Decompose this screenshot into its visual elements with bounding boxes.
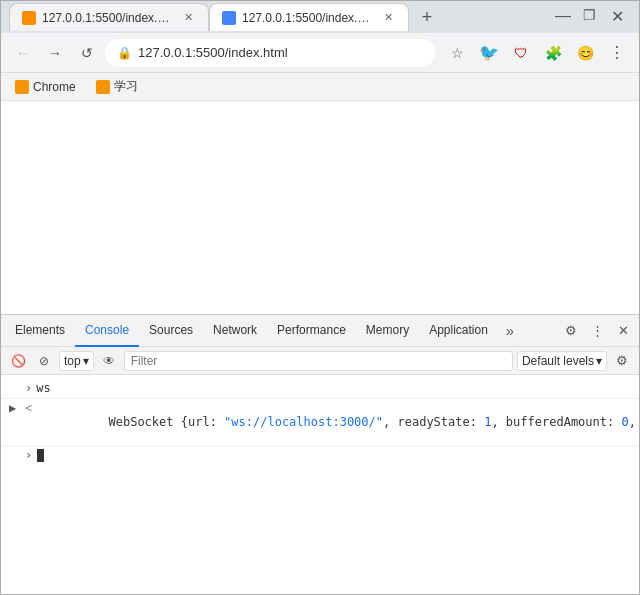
more-tabs-button[interactable]: » bbox=[498, 315, 522, 347]
console-input-line: ▶ › bbox=[1, 446, 639, 464]
nav-bar: ← → ↺ 🔒 127.0.0.1:5500/index.html ☆ 🐦 🛡 … bbox=[1, 33, 639, 73]
expand-arrow-icon[interactable]: ▶ bbox=[9, 401, 25, 415]
level-arrow: ▾ bbox=[596, 354, 602, 368]
filter-input[interactable] bbox=[124, 351, 513, 371]
tab-active[interactable]: 127.0.0.1:5500/index.html ✕ bbox=[209, 3, 409, 31]
bookmark-chrome-label: Chrome bbox=[33, 80, 76, 94]
console-settings-button[interactable]: ⚙ bbox=[611, 350, 633, 372]
prompt-symbol: › bbox=[25, 381, 32, 395]
context-arrow: ▾ bbox=[83, 354, 89, 368]
star-icon[interactable]: ☆ bbox=[443, 39, 471, 67]
bookmark-study-icon bbox=[96, 80, 110, 94]
shield-icon[interactable]: 🛡 bbox=[507, 39, 535, 67]
context-selector[interactable]: top ▾ bbox=[59, 351, 94, 371]
devtools-panel: Elements Console Sources Network Perform… bbox=[1, 314, 639, 594]
address-bar[interactable]: 🔒 127.0.0.1:5500/index.html bbox=[105, 39, 435, 67]
devtools-settings-button[interactable]: ⚙ bbox=[559, 319, 583, 343]
console-line-websocket: ▶ < WebSocket {url: "ws://localhost:3000… bbox=[1, 399, 639, 446]
level-selector[interactable]: Default levels ▾ bbox=[517, 351, 607, 371]
tab2-favicon bbox=[222, 11, 236, 25]
tab1-favicon bbox=[22, 11, 36, 25]
filter-toggle-button[interactable]: ⊘ bbox=[33, 350, 55, 372]
page-content bbox=[1, 101, 639, 314]
back-button[interactable]: ← bbox=[9, 39, 37, 67]
close-button[interactable]: ✕ bbox=[611, 7, 631, 27]
extensions-bird-icon[interactable]: 🐦 bbox=[475, 39, 503, 67]
devtools-close-button[interactable]: ✕ bbox=[611, 319, 635, 343]
new-tab-button[interactable]: + bbox=[413, 3, 441, 31]
ws-key: WebSocket {url: bbox=[108, 415, 224, 429]
devtools-action-buttons: ⚙ ⋮ ✕ bbox=[559, 319, 635, 343]
title-bar: 127.0.0.1:5500/index.html ✕ 127.0.0.1:55… bbox=[1, 1, 639, 33]
menu-icon[interactable]: ⋮ bbox=[603, 39, 631, 67]
console-text-ws: ws bbox=[36, 381, 631, 395]
tab2-label: 127.0.0.1:5500/index.html bbox=[242, 11, 374, 25]
tab-inactive[interactable]: 127.0.0.1:5500/index.html ✕ bbox=[9, 3, 209, 31]
tab-performance[interactable]: Performance bbox=[267, 315, 356, 347]
forward-button[interactable]: → bbox=[41, 39, 69, 67]
tab-network[interactable]: Network bbox=[203, 315, 267, 347]
bookmark-study[interactable]: 学习 bbox=[90, 76, 144, 97]
bookmark-chrome[interactable]: Chrome bbox=[9, 78, 82, 96]
console-websocket-text: WebSocket {url: "ws://localhost:3000/", … bbox=[36, 401, 639, 443]
reload-button[interactable]: ↺ bbox=[73, 39, 101, 67]
clear-console-button[interactable]: 🚫 bbox=[7, 350, 29, 372]
nav-icons: ☆ 🐦 🛡 🧩 😊 ⋮ bbox=[443, 39, 631, 67]
eye-button[interactable]: 👁 bbox=[98, 350, 120, 372]
bookmark-study-label: 学习 bbox=[114, 78, 138, 95]
devtools-tab-bar: Elements Console Sources Network Perform… bbox=[1, 315, 639, 347]
ws-rest: , readyState: 1, bufferedAmount: 0, oner… bbox=[383, 415, 639, 429]
tab1-close[interactable]: ✕ bbox=[180, 10, 196, 26]
bookmarks-bar: Chrome 学习 bbox=[1, 73, 639, 101]
console-cursor-blink bbox=[37, 449, 44, 462]
devtools-more-button[interactable]: ⋮ bbox=[585, 319, 609, 343]
url-text: 127.0.0.1:5500/index.html bbox=[138, 45, 423, 60]
avatar-icon[interactable]: 😊 bbox=[571, 39, 599, 67]
maximize-button[interactable]: ❐ bbox=[583, 7, 603, 27]
cursor-symbol: › bbox=[25, 448, 32, 462]
tab-application[interactable]: Application bbox=[419, 315, 498, 347]
ws-url: "ws://localhost:3000/" bbox=[224, 415, 383, 429]
context-label: top bbox=[64, 354, 81, 368]
console-toolbar: 🚫 ⊘ top ▾ 👁 Default levels ▾ ⚙ bbox=[1, 347, 639, 375]
tab1-label: 127.0.0.1:5500/index.html bbox=[42, 11, 174, 25]
minimize-button[interactable]: — bbox=[555, 7, 575, 27]
window-controls: — ❐ ✕ bbox=[555, 7, 631, 27]
console-line-prompt: ▶ › ws bbox=[1, 379, 639, 399]
bookmark-chrome-icon bbox=[15, 80, 29, 94]
tab-sources[interactable]: Sources bbox=[139, 315, 203, 347]
level-label: Default levels bbox=[522, 354, 594, 368]
tab-elements[interactable]: Elements bbox=[5, 315, 75, 347]
tab-memory[interactable]: Memory bbox=[356, 315, 419, 347]
tab2-close[interactable]: ✕ bbox=[380, 10, 396, 26]
tab-console[interactable]: Console bbox=[75, 315, 139, 347]
browser-window: 127.0.0.1:5500/index.html ✕ 127.0.0.1:55… bbox=[0, 0, 640, 595]
output-prefix: < bbox=[25, 401, 32, 415]
puzzle-icon[interactable]: 🧩 bbox=[539, 39, 567, 67]
console-output: ▶ › ws ▶ < WebSocket {url: "ws://localho… bbox=[1, 375, 639, 594]
